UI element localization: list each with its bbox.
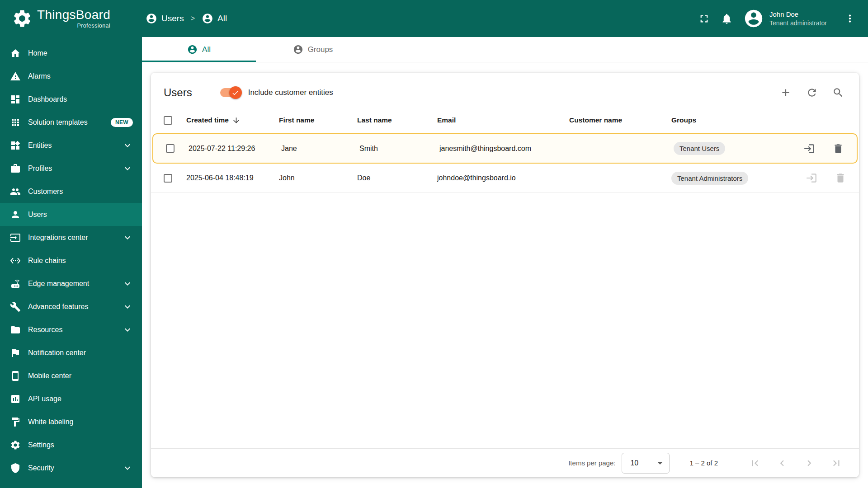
breadcrumb-label: Users bbox=[161, 14, 184, 23]
sidebar-item-label: Home bbox=[28, 49, 47, 57]
delete-user-button[interactable] bbox=[834, 171, 847, 185]
cell-groups: Tenant Administrators bbox=[664, 164, 800, 192]
sidebar-item-solution-templates[interactable]: Solution templatesNEW bbox=[0, 111, 142, 134]
next-page-icon bbox=[803, 457, 815, 469]
sidebar-item-resources[interactable]: Resources bbox=[0, 318, 142, 341]
sidebar-item-mobile-center[interactable]: Mobile center bbox=[0, 364, 142, 387]
group-chip[interactable]: Tenant Users bbox=[674, 142, 725, 155]
account-circle-icon bbox=[202, 13, 213, 24]
login-as-user-button[interactable] bbox=[805, 171, 818, 185]
refresh-icon bbox=[806, 87, 818, 99]
row-checkbox[interactable] bbox=[166, 144, 175, 153]
notifications-button[interactable] bbox=[715, 7, 738, 30]
settings-icon bbox=[10, 440, 21, 450]
include-customer-entities-toggle[interactable]: Include customer entities bbox=[220, 88, 333, 97]
table-row[interactable]: 2025-07-22 11:29:26JaneSmithjanesmith@th… bbox=[152, 133, 858, 164]
api-usage-icon bbox=[10, 394, 21, 404]
column-header-customer-name[interactable]: Customer name bbox=[562, 116, 664, 124]
column-label: Groups bbox=[671, 116, 696, 124]
card-toolbar bbox=[777, 84, 847, 102]
cell-first-name: John bbox=[272, 164, 350, 192]
cell-customer-name bbox=[564, 134, 666, 163]
column-header-first-name[interactable]: First name bbox=[272, 116, 350, 124]
resources-icon bbox=[10, 324, 21, 335]
last-page-button[interactable] bbox=[826, 452, 847, 474]
sidebar-item-settings[interactable]: Settings bbox=[0, 433, 142, 456]
add-user-button[interactable] bbox=[777, 84, 795, 102]
mobile-center-icon bbox=[10, 371, 21, 381]
column-header-groups[interactable]: Groups bbox=[664, 116, 800, 124]
search-button[interactable] bbox=[829, 84, 847, 102]
sidebar-item-edge-management[interactable]: Edge management bbox=[0, 272, 142, 295]
fullscreen-button[interactable] bbox=[693, 7, 715, 30]
row-checkbox-cell bbox=[153, 134, 181, 163]
avatar[interactable] bbox=[743, 8, 764, 29]
refresh-button[interactable] bbox=[803, 84, 821, 102]
delete-user-button[interactable] bbox=[831, 142, 845, 155]
chevron-down-icon bbox=[122, 463, 133, 474]
sidebar-item-home[interactable]: Home bbox=[0, 42, 142, 65]
brand-logo[interactable]: ThingsBoard Professional bbox=[12, 8, 110, 29]
sidebar-item-api-usage[interactable]: API usage bbox=[0, 387, 142, 410]
sidebar-item-label: Mobile center bbox=[28, 372, 71, 380]
cell-email: janesmith@thingsboard.com bbox=[432, 134, 564, 163]
column-header-email[interactable]: Email bbox=[430, 116, 562, 124]
row-checkbox[interactable] bbox=[164, 174, 172, 183]
prev-page-button[interactable] bbox=[771, 452, 793, 474]
tab-bar: AllGroups bbox=[142, 37, 868, 62]
brand-name: ThingsBoard bbox=[37, 9, 110, 21]
users-table: Created timeFirst nameLast nameEmailCust… bbox=[151, 108, 859, 448]
sidebar-item-profiles[interactable]: Profiles bbox=[0, 157, 142, 180]
alarms-icon bbox=[10, 71, 21, 82]
header-checkbox-cell bbox=[151, 116, 179, 125]
sidebar-item-entities[interactable]: Entities bbox=[0, 134, 142, 157]
card-header: Users Include customer entities bbox=[151, 73, 859, 108]
sidebar-item-customers[interactable]: Customers bbox=[0, 180, 142, 203]
security-icon bbox=[10, 463, 21, 474]
select-all-checkbox[interactable] bbox=[164, 116, 172, 125]
notification-center-icon bbox=[10, 347, 21, 358]
sidebar-item-alarms[interactable]: Alarms bbox=[0, 65, 142, 88]
cell-created-time: 2025-06-04 18:48:19 bbox=[179, 164, 272, 192]
sidebar-item-rule-chains[interactable]: Rule chains bbox=[0, 249, 142, 272]
first-page-button[interactable] bbox=[744, 452, 766, 474]
toggle-thumb bbox=[229, 86, 242, 99]
sidebar-item-notification-center[interactable]: Notification center bbox=[0, 341, 142, 364]
column-label: Last name bbox=[357, 116, 392, 124]
tab-all[interactable]: All bbox=[142, 37, 256, 62]
login-icon bbox=[806, 172, 817, 184]
pagination-controls bbox=[744, 452, 847, 474]
check-icon bbox=[231, 89, 239, 97]
sidebar-item-white-labeling[interactable]: White labeling bbox=[0, 410, 142, 433]
tab-label: Groups bbox=[308, 45, 333, 54]
header-menu-button[interactable] bbox=[840, 9, 860, 28]
toggle-label: Include customer entities bbox=[248, 88, 333, 97]
tab-groups[interactable]: Groups bbox=[256, 37, 370, 62]
account-circle-icon bbox=[743, 8, 764, 29]
sidebar: HomeAlarmsDashboardsSolution templatesNE… bbox=[0, 37, 142, 488]
prev-page-icon bbox=[776, 457, 788, 469]
column-header-last-name[interactable]: Last name bbox=[350, 116, 430, 124]
cell-last-name: Doe bbox=[350, 164, 430, 192]
breadcrumb-item-all[interactable]: All bbox=[202, 13, 227, 24]
dropdown-arrow-icon bbox=[655, 458, 665, 469]
users-card: Users Include customer entities Created … bbox=[151, 73, 859, 477]
items-per-page-select[interactable]: 10 bbox=[622, 453, 670, 474]
sidebar-item-users[interactable]: Users bbox=[0, 203, 142, 226]
column-label: First name bbox=[279, 116, 314, 124]
column-header-created-time[interactable]: Created time bbox=[179, 116, 272, 125]
row-actions bbox=[800, 164, 859, 192]
table-body: 2025-07-22 11:29:26JaneSmithjanesmith@th… bbox=[151, 132, 859, 448]
sidebar-item-integrations-center[interactable]: Integrations center bbox=[0, 226, 142, 249]
sidebar-item-security[interactable]: Security bbox=[0, 456, 142, 479]
breadcrumb-item-users[interactable]: Users bbox=[146, 13, 184, 24]
dropdown-arrow-icon bbox=[655, 458, 665, 469]
user-name: John Doe bbox=[769, 10, 837, 18]
sidebar-item-advanced-features[interactable]: Advanced features bbox=[0, 295, 142, 318]
group-chip[interactable]: Tenant Administrators bbox=[671, 172, 748, 185]
table-row[interactable]: 2025-06-04 18:48:19JohnDoejohndoe@things… bbox=[151, 164, 859, 193]
next-page-button[interactable] bbox=[798, 452, 820, 474]
row-checkbox-cell bbox=[151, 164, 179, 192]
login-as-user-button[interactable] bbox=[802, 142, 816, 155]
sidebar-item-dashboards[interactable]: Dashboards bbox=[0, 88, 142, 111]
